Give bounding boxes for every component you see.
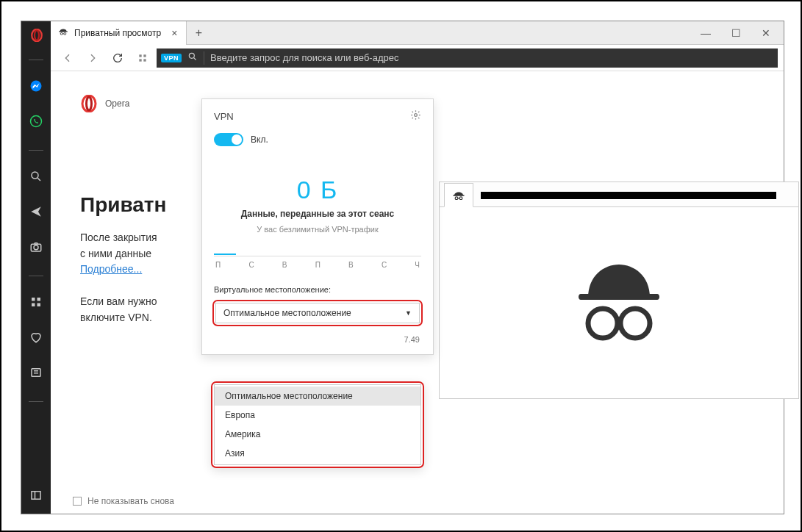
vpn-location-select[interactable]: Оптимальное местоположение ▼ bbox=[212, 300, 423, 326]
svg-point-20 bbox=[189, 53, 194, 58]
vpn-data-caption: Данные, переданные за этот сеанс bbox=[202, 207, 433, 220]
incognito-large-icon bbox=[568, 257, 670, 348]
preview-addressbar bbox=[481, 192, 776, 199]
window-maximize-icon[interactable]: ☐ bbox=[731, 27, 741, 39]
window-close-icon[interactable]: ✕ bbox=[762, 27, 770, 39]
svg-point-24 bbox=[455, 196, 458, 199]
svg-rect-12 bbox=[32, 492, 40, 500]
vpn-option-optimal[interactable]: Оптимальное местоположение bbox=[215, 387, 420, 406]
grid-icon[interactable] bbox=[29, 295, 43, 312]
svg-rect-18 bbox=[139, 59, 141, 61]
svg-rect-7 bbox=[32, 298, 35, 301]
svg-point-26 bbox=[588, 309, 617, 338]
search-sidebar-icon[interactable] bbox=[29, 170, 43, 186]
svg-rect-9 bbox=[32, 303, 35, 307]
vpn-toggle[interactable] bbox=[214, 133, 243, 146]
titlebar: Приватный просмотр × + — ☐ ✕ bbox=[51, 21, 784, 45]
tab-title: Приватный просмотр bbox=[74, 28, 161, 38]
gear-icon[interactable] bbox=[410, 109, 421, 123]
window-minimize-icon[interactable]: — bbox=[701, 27, 711, 39]
svg-rect-16 bbox=[139, 54, 141, 57]
sidebar bbox=[21, 21, 51, 514]
vpn-option-europe[interactable]: Европа bbox=[215, 406, 420, 425]
navigation-toolbar: VPN Введите запрос для поиска или веб-ад… bbox=[51, 45, 784, 71]
svg-point-6 bbox=[34, 245, 38, 250]
svg-rect-8 bbox=[37, 298, 41, 301]
browser-tab[interactable]: Приватный просмотр × bbox=[51, 21, 187, 45]
search-icon bbox=[187, 51, 198, 64]
svg-point-4 bbox=[32, 172, 38, 179]
svg-rect-23 bbox=[454, 195, 465, 196]
vpn-usage-chart: П С В П В С Ч bbox=[202, 254, 433, 285]
vpn-unlimited-text: У вас безлимитный VPN-трафик bbox=[202, 220, 433, 254]
messenger-icon[interactable] bbox=[29, 79, 43, 96]
svg-point-3 bbox=[31, 116, 42, 127]
svg-rect-10 bbox=[37, 303, 41, 307]
address-bar[interactable]: VPN Введите запрос для поиска или веб-ад… bbox=[157, 48, 778, 68]
close-tab-icon[interactable]: × bbox=[171, 27, 177, 39]
svg-point-15 bbox=[64, 32, 66, 35]
vpn-title: VPN bbox=[214, 111, 234, 122]
checkbox-icon[interactable] bbox=[73, 497, 82, 506]
svg-point-22 bbox=[87, 97, 92, 110]
new-tab-button[interactable]: + bbox=[187, 21, 210, 45]
vpn-day: П bbox=[315, 261, 321, 269]
svg-point-27 bbox=[620, 309, 650, 338]
panel-icon[interactable] bbox=[29, 489, 43, 505]
brand-name: Opera bbox=[105, 98, 129, 109]
vpn-day: П bbox=[215, 261, 221, 269]
opera-o-icon bbox=[80, 95, 98, 112]
svg-rect-19 bbox=[143, 59, 146, 61]
preview-tab bbox=[444, 183, 473, 207]
vpn-badge[interactable]: VPN bbox=[161, 54, 182, 62]
browser-preview-pane bbox=[439, 181, 799, 399]
svg-rect-13 bbox=[59, 31, 68, 32]
vpn-data-amount: 0 Б bbox=[202, 154, 433, 207]
svg-point-28 bbox=[415, 114, 418, 117]
svg-point-25 bbox=[459, 196, 462, 199]
vpn-selected-value: Оптимальное местоположение bbox=[223, 308, 351, 318]
vpn-day: С bbox=[382, 261, 387, 269]
vpn-location-dropdown[interactable]: Оптимальное местоположение Европа Америк… bbox=[211, 381, 424, 468]
caret-down-icon: ▼ bbox=[405, 309, 412, 317]
vpn-on-label: Вкл. bbox=[251, 134, 268, 145]
incognito-icon bbox=[58, 26, 68, 39]
dont-show-again[interactable]: Не показывать снова bbox=[73, 496, 174, 506]
vpn-option-america[interactable]: Америка bbox=[215, 425, 420, 444]
vpn-ip-suffix: 7.49 bbox=[202, 332, 433, 345]
forward-button[interactable] bbox=[82, 47, 104, 69]
vpn-option-asia[interactable]: Азия bbox=[215, 444, 420, 463]
vpn-day: В bbox=[348, 261, 354, 269]
speeddial-button[interactable] bbox=[132, 47, 154, 69]
vpn-panel: VPN Вкл. 0 Б Данные, переданные за этот … bbox=[201, 98, 434, 355]
heart-icon[interactable] bbox=[29, 331, 43, 347]
page-text-3: Если вам нужно bbox=[80, 295, 157, 307]
svg-point-14 bbox=[60, 32, 62, 35]
vpn-location-label: Виртуальное местоположение: bbox=[202, 285, 433, 300]
vpn-day: С bbox=[248, 261, 254, 269]
svg-rect-17 bbox=[143, 54, 146, 57]
page-text-1: После закрытия bbox=[80, 231, 157, 243]
address-placeholder: Введите запрос для поиска или веб-адрес bbox=[210, 52, 398, 63]
page-text-4: включите VPN. bbox=[80, 312, 152, 323]
vpn-day: Ч bbox=[415, 261, 420, 269]
news-icon[interactable] bbox=[29, 366, 43, 382]
page-text-2: с ними данные bbox=[80, 248, 151, 259]
svg-point-1 bbox=[35, 30, 39, 40]
whatsapp-icon[interactable] bbox=[29, 115, 43, 131]
reload-button[interactable] bbox=[107, 47, 129, 69]
learn-more-link[interactable]: Подробнее... bbox=[80, 263, 142, 275]
camera-icon[interactable] bbox=[29, 240, 43, 256]
dont-show-label: Не показывать снова bbox=[87, 496, 174, 506]
vpn-day: В bbox=[282, 261, 287, 269]
back-button[interactable] bbox=[57, 47, 79, 69]
send-icon[interactable] bbox=[29, 205, 43, 221]
opera-logo-icon[interactable] bbox=[30, 29, 42, 40]
